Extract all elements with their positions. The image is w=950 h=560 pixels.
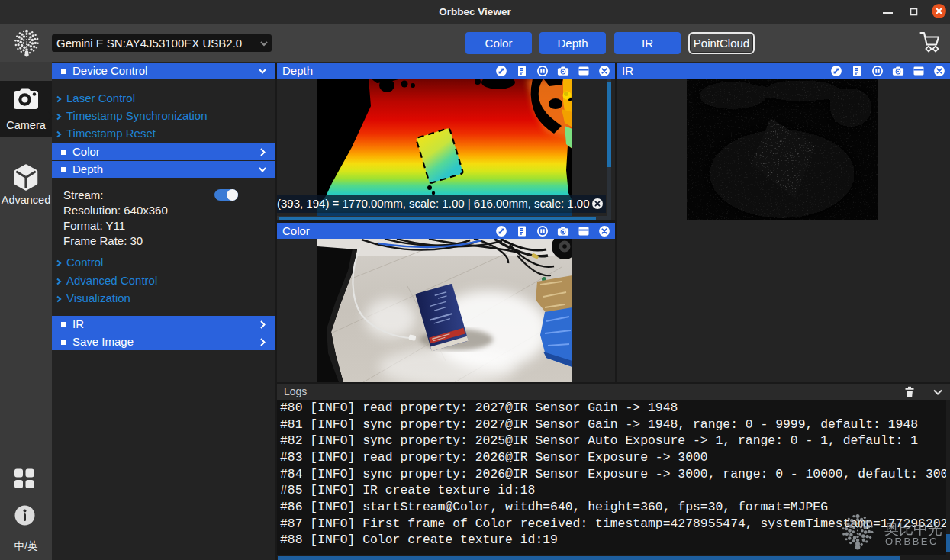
svg-text:ORBBEC: ORBBEC [885, 536, 939, 547]
svg-text:奥比中光: 奥比中光 [884, 521, 942, 537]
